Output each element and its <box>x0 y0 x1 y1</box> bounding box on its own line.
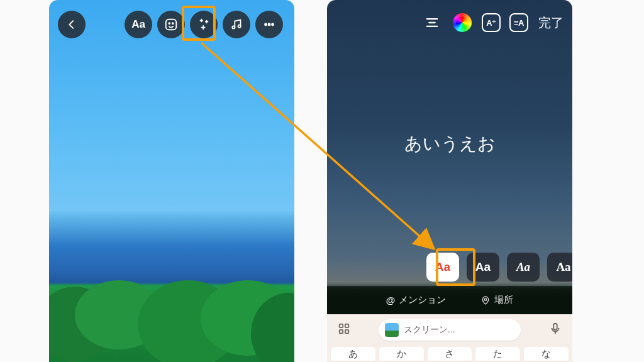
text-tool-label: Aa <box>131 18 145 31</box>
story-toolbar: Aa <box>58 9 288 40</box>
keyboard-apps-icon[interactable] <box>337 322 351 338</box>
text-style-label: A⁺ <box>486 18 496 28</box>
color-picker-button[interactable] <box>452 12 473 33</box>
font-chip-1[interactable]: Aa <box>426 253 459 282</box>
keyboard-suggestion-bar: スクリーン... <box>327 314 572 346</box>
effects-button[interactable] <box>190 11 218 38</box>
suggestion-text: スクリーン... <box>404 324 455 336</box>
suggestion-thumbnail <box>385 323 399 337</box>
foliage-decor <box>49 268 294 362</box>
tag-options-bar: @ メンション 場所 <box>327 286 572 314</box>
text-style-button[interactable]: A⁺ <box>482 13 501 32</box>
svg-point-6 <box>269 24 270 26</box>
svg-point-3 <box>232 26 235 28</box>
svg-rect-10 <box>345 324 349 328</box>
svg-rect-0 <box>166 19 177 30</box>
text-edit-toolbar: A⁺ =A 完了 <box>421 9 565 36</box>
svg-point-7 <box>272 24 274 26</box>
suggestion-pill[interactable]: スクリーン... <box>379 319 521 341</box>
key[interactable]: さ <box>428 347 472 361</box>
svg-point-1 <box>169 23 170 24</box>
sticker-button[interactable] <box>157 11 185 38</box>
svg-point-2 <box>172 23 174 24</box>
align-button[interactable] <box>421 12 443 33</box>
music-button[interactable] <box>223 11 250 38</box>
back-button[interactable] <box>58 11 86 38</box>
done-button[interactable]: 完了 <box>537 14 565 31</box>
phone-left: Aa <box>49 0 294 362</box>
mention-label: メンション <box>399 294 446 306</box>
keyboard-area: スクリーン... あ か さ た な <box>327 314 572 362</box>
phone-right: A⁺ =A 完了 あいうえお Aa Aa Aa Aa @ メンション 場所 <box>327 0 572 362</box>
font-style-row: Aa Aa Aa Aa <box>426 253 572 282</box>
svg-rect-13 <box>553 324 557 330</box>
location-option[interactable]: 場所 <box>480 294 513 306</box>
svg-point-8 <box>485 299 487 300</box>
key[interactable]: た <box>475 347 520 361</box>
key[interactable]: か <box>379 347 424 361</box>
color-wheel-icon <box>453 13 472 32</box>
svg-rect-11 <box>340 330 343 334</box>
svg-rect-9 <box>340 324 343 328</box>
editable-text[interactable]: あいうえお <box>327 132 572 156</box>
location-label: 場所 <box>494 294 513 306</box>
keyboard-top-row: あ か さ た な <box>327 347 572 361</box>
mention-option[interactable]: @ メンション <box>386 294 447 306</box>
key[interactable]: あ <box>331 347 375 361</box>
font-chip-3[interactable]: Aa <box>507 253 540 282</box>
svg-rect-12 <box>345 330 349 334</box>
svg-point-5 <box>265 24 267 26</box>
more-button[interactable] <box>255 11 283 38</box>
svg-point-4 <box>238 25 240 28</box>
text-animation-button[interactable]: =A <box>509 13 528 32</box>
font-chip-4[interactable]: Aa <box>547 253 572 282</box>
mic-button[interactable] <box>548 322 562 338</box>
text-animation-label: =A <box>514 18 524 28</box>
key[interactable]: な <box>524 347 569 361</box>
font-chip-2[interactable]: Aa <box>467 253 499 282</box>
text-tool-button[interactable]: Aa <box>125 11 152 38</box>
